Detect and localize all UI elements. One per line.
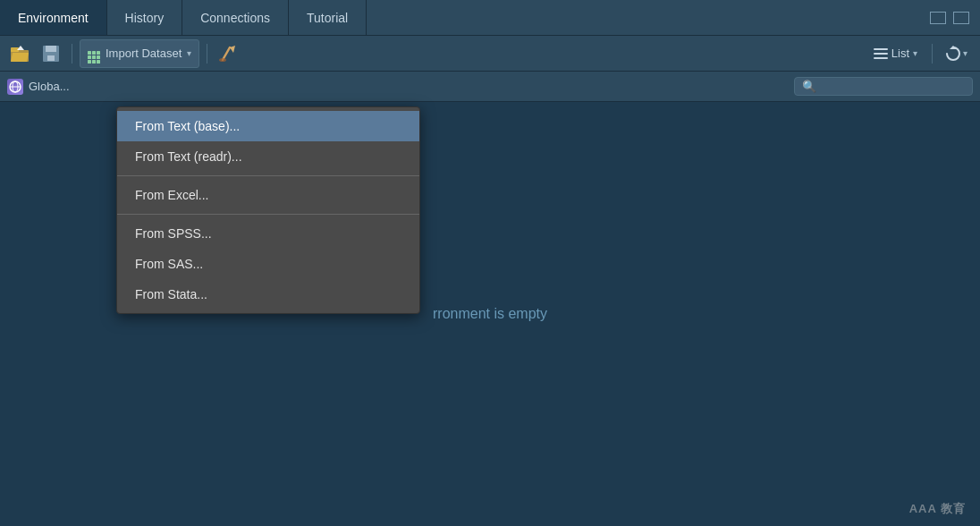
svg-rect-12 (874, 57, 888, 59)
tab-tutorial[interactable]: Tutorial (289, 0, 367, 35)
list-dropdown-arrow: ▾ (913, 48, 917, 58)
menu-item-from-text-base[interactable]: From Text (base)... (117, 111, 419, 141)
toolbar: Import Dataset ▾ List ▾ ▾ (0, 36, 980, 72)
refresh-dropdown-arrow: ▾ (963, 48, 967, 58)
menu-item-from-sas[interactable]: From SAS... (117, 249, 419, 279)
maximize-button[interactable] (953, 12, 969, 24)
restore-button[interactable] (930, 12, 946, 24)
tab-history[interactable]: History (107, 0, 183, 35)
list-label: List (891, 47, 909, 60)
import-dataset-label: Import Dataset (106, 47, 182, 60)
separator-1 (72, 44, 72, 64)
import-dropdown-menu: From Text (base)... From Text (readr)...… (116, 106, 420, 314)
window-controls (930, 0, 980, 35)
separator-2 (207, 44, 207, 64)
save-icon (43, 46, 59, 62)
empty-message: rronment is empty (433, 306, 547, 322)
globe-icon (9, 81, 21, 93)
broom-icon (219, 46, 237, 62)
svg-rect-6 (47, 55, 55, 61)
env-bar: Globa... 🔍 (0, 72, 980, 102)
svg-rect-11 (874, 53, 888, 55)
svg-point-9 (219, 58, 226, 62)
env-label: Globa... (29, 80, 70, 93)
tab-environment[interactable]: Environment (0, 0, 107, 35)
svg-rect-10 (874, 48, 888, 50)
grid-table-icon (88, 44, 100, 64)
import-dataset-button[interactable]: Import Dataset ▾ (80, 39, 199, 68)
menu-item-from-excel[interactable]: From Excel... (117, 180, 419, 210)
clean-button[interactable] (215, 41, 241, 66)
refresh-button[interactable]: ▾ (940, 42, 973, 65)
svg-rect-5 (46, 46, 56, 52)
separator-excel (117, 214, 419, 215)
search-icon: 🔍 (802, 80, 816, 93)
list-view-button[interactable]: List ▾ (866, 43, 925, 64)
import-dropdown-arrow: ▾ (187, 48, 191, 58)
tab-connections[interactable]: Connections (182, 0, 289, 35)
env-icon (7, 79, 23, 95)
save-button[interactable] (38, 41, 64, 66)
svg-marker-2 (11, 53, 29, 62)
folder-open-icon (11, 46, 30, 62)
separator-3 (932, 44, 933, 64)
separator-text (117, 175, 419, 176)
refresh-icon (945, 46, 961, 62)
svg-line-7 (223, 47, 230, 60)
menu-item-from-text-readr[interactable]: From Text (readr)... (117, 141, 419, 172)
search-box: 🔍 (794, 77, 973, 96)
search-input[interactable] (820, 80, 965, 93)
menu-item-from-stata[interactable]: From Stata... (117, 279, 419, 310)
tab-bar: Environment History Connections Tutorial (0, 0, 980, 36)
list-icon (874, 48, 888, 59)
open-folder-button[interactable] (7, 41, 34, 66)
menu-item-from-spss[interactable]: From SPSS... (117, 218, 419, 249)
watermark: AAA 教育 (909, 501, 966, 517)
